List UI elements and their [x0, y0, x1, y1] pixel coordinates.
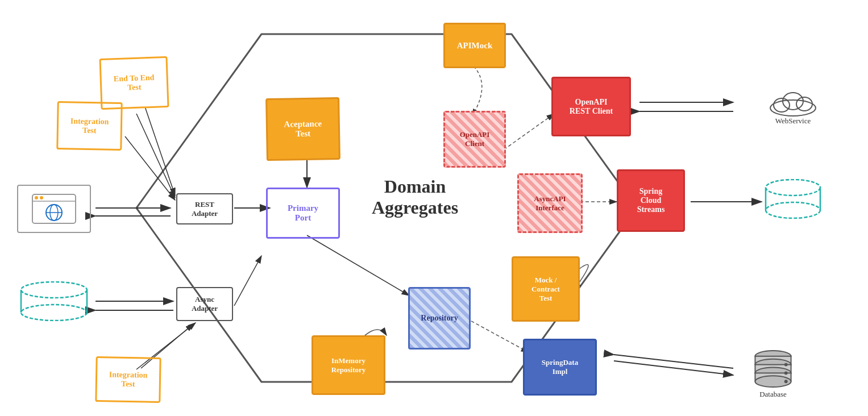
- svg-point-42: [40, 196, 43, 199]
- mock-contract-test-box: Mock / Contract Test: [512, 256, 580, 322]
- openapi-rest-client-box: OpenAPI REST Client: [551, 77, 631, 136]
- svg-point-25: [774, 98, 790, 112]
- spring-cloud-streams-box: Spring Cloud Streams: [617, 169, 685, 232]
- domain-aggregates-label: Domain Aggregates: [352, 176, 477, 218]
- svg-point-35: [21, 305, 87, 321]
- svg-line-20: [234, 256, 261, 306]
- svg-line-4: [136, 114, 175, 198]
- browser-node: [17, 185, 91, 233]
- api-mock-box: APIMock: [443, 23, 506, 68]
- database-node: Database: [745, 348, 801, 399]
- queue-right-node: [762, 179, 824, 219]
- integration-test-bottom-box: Integration Test: [95, 356, 161, 403]
- svg-line-5: [145, 107, 175, 195]
- diagram: Domain Aggregates End To End Test Integr…: [0, 0, 868, 416]
- svg-point-26: [783, 93, 803, 110]
- openapi-client-box: OpenAPI Client: [443, 111, 506, 168]
- aceptance-test-box: Aceptance Test: [265, 97, 340, 161]
- primary-port-box: Primary Port: [266, 188, 340, 239]
- svg-point-51: [784, 371, 787, 375]
- svg-line-13: [466, 318, 529, 352]
- svg-point-24: [770, 100, 816, 116]
- svg-rect-36: [32, 194, 76, 223]
- queue-left-node: [17, 281, 91, 321]
- rest-adapter-box: REST Adapter: [176, 193, 233, 224]
- svg-point-52: [784, 380, 787, 383]
- webservice-node: WebService: [756, 80, 830, 131]
- inmemory-repository-box: InMemory Repository: [312, 335, 385, 395]
- svg-line-14: [614, 361, 733, 375]
- integration-test-top-box: Integration Test: [56, 101, 122, 151]
- svg-point-27: [796, 97, 812, 111]
- asyncapi-interface-box: AsyncAPI Interface: [517, 173, 583, 233]
- svg-line-3: [125, 136, 175, 200]
- svg-point-41: [35, 196, 38, 199]
- svg-point-32: [21, 282, 87, 298]
- svg-point-28: [766, 180, 820, 195]
- svg-point-50: [784, 363, 787, 367]
- repository-box: Repository: [408, 287, 471, 350]
- svg-line-21: [307, 235, 409, 296]
- async-adapter-box: Async Adapter: [176, 287, 233, 321]
- svg-point-31: [766, 202, 820, 218]
- svg-line-15: [614, 355, 733, 368]
- springdata-impl-box: SpringData Impl: [523, 339, 597, 396]
